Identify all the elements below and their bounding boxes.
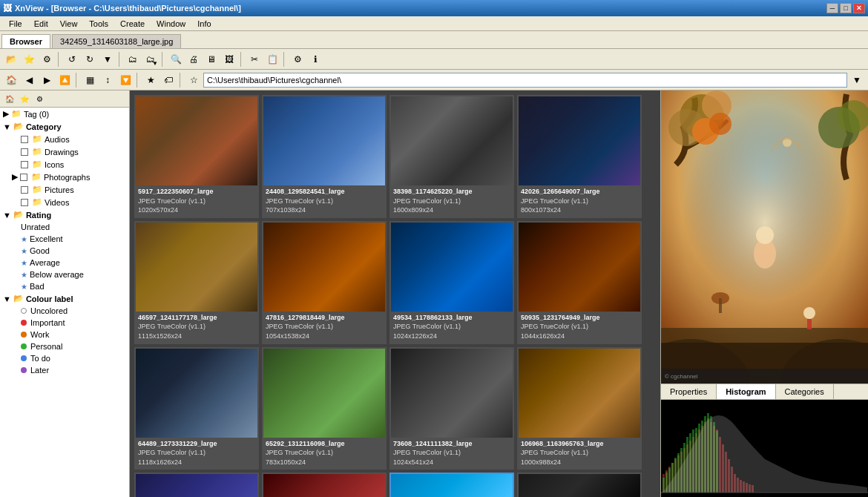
menu-tools[interactable]: Tools: [83, 18, 114, 30]
tb-settings-btn[interactable]: ⚙: [289, 51, 306, 68]
tree-cat-drawings[interactable]: 📁 Drawings: [0, 145, 129, 158]
tree-cat-icons[interactable]: 📁 Icons: [0, 158, 129, 171]
star-average: ★: [21, 259, 27, 267]
title-bar-left: 🖼 XnView - [Browser - C:\Users\thibaud\P…: [3, 3, 241, 13]
menu-create[interactable]: Create: [114, 18, 151, 30]
tb-nav-home[interactable]: 🏠: [3, 72, 19, 88]
right-tab-categories[interactable]: Categories: [776, 384, 834, 399]
tab-browser[interactable]: Browser: [1, 34, 50, 48]
thumbnail-dims: 1054x1538x24: [266, 332, 383, 341]
list-item[interactable]: 46597_1241177178_largeJPEG TrueColor (v1…: [134, 221, 259, 344]
list-item[interactable]: 38398_1174625220_largeJPEG TrueColor (v1…: [389, 95, 514, 218]
list-item[interactable]: 192998_1279734291_la...JPEG TrueColor (v…: [389, 473, 514, 497]
tb-folder2-btn[interactable]: 🗂▼: [142, 51, 159, 68]
list-item[interactable]: 73608_1241111382_largeJPEG TrueColor (v1…: [389, 347, 514, 470]
tree-rating-unrated[interactable]: Unrated: [0, 221, 129, 233]
list-item[interactable]: 42026_1265649007_largeJPEG TrueColor (v1…: [517, 95, 642, 218]
list-item[interactable]: 47816_1279818449_largeJPEG TrueColor (v1…: [262, 221, 387, 344]
tb-view-btn[interactable]: ▦: [82, 72, 98, 88]
thumbnail-image: [136, 474, 257, 497]
tb-open-btn[interactable]: 📂: [3, 51, 19, 68]
tree-colour-important[interactable]: Important: [0, 317, 129, 329]
tb-nav-up[interactable]: 🔼: [56, 72, 73, 88]
list-item[interactable]: 65292_1312116098_largeJPEG TrueColor (v1…: [262, 347, 387, 470]
list-item[interactable]: 64489_1273331229_largeJPEG TrueColor (v1…: [134, 347, 259, 470]
tb-find-btn[interactable]: 🔍: [168, 51, 184, 68]
list-item[interactable]: 160022_1205695844_la...JPEG TrueColor (v…: [262, 473, 387, 497]
tb-nav-back[interactable]: ◀: [21, 72, 37, 88]
tb-refresh-btn[interactable]: ↺: [64, 51, 80, 68]
tree-colour-todo[interactable]: To do: [0, 352, 129, 364]
list-item[interactable]: 24408_1295824541_largeJPEG TrueColor (v1…: [262, 95, 387, 218]
tb-sort-btn[interactable]: ↕: [99, 72, 116, 88]
tb-img-btn[interactable]: 🖼: [221, 51, 237, 68]
tree-cat-photographs[interactable]: ▶ 📁 Photographs: [0, 171, 129, 183]
tb-copy-btn[interactable]: 📋: [264, 51, 280, 68]
right-tab-properties[interactable]: Properties: [661, 384, 717, 399]
tb-screen-btn[interactable]: 🖥: [203, 51, 220, 68]
thumbnail-name: 47816_1279818449_large: [266, 313, 383, 323]
thumbnail-info: 49534_1178862133_largeJPEG TrueColor (v1…: [391, 312, 513, 343]
close-button[interactable]: ✕: [853, 3, 865, 13]
tb-rating-btn[interactable]: ★: [142, 72, 159, 88]
center-panel[interactable]: 5917_1222350607_largeJPEG TrueColor (v1.…: [130, 90, 660, 497]
tree-cat-pictures[interactable]: 📁 Pictures: [0, 183, 129, 196]
left-settings-btn[interactable]: ⚙: [33, 92, 46, 105]
tb-path-go[interactable]: ▼: [849, 72, 865, 88]
tree-cat-audios[interactable]: 📁 Audios: [0, 133, 129, 145]
path-input[interactable]: [203, 73, 847, 88]
tb-sep5: [283, 52, 286, 67]
tb-refresh2-btn[interactable]: ↻: [82, 51, 98, 68]
tb-folder-btn[interactable]: 🗂: [125, 51, 141, 68]
tree-rating-good[interactable]: ★ Good: [0, 245, 129, 257]
thumbnail-name: 24408_1295824541_large: [266, 187, 383, 197]
menu-edit[interactable]: Edit: [28, 18, 54, 30]
tb-info-btn[interactable]: ℹ: [307, 51, 323, 68]
tree-cat-videos[interactable]: 📁 Videos: [0, 196, 129, 208]
tb-options-btn[interactable]: ⚙: [39, 51, 55, 68]
tree-colour-section[interactable]: ▼ 📂 Colour label: [0, 292, 129, 305]
tree-rating-average[interactable]: ★ Average: [0, 257, 129, 269]
rating-label-below: Below average: [30, 270, 84, 279]
list-item[interactable]: 106968_1163965763_largeJPEG TrueColor (v…: [517, 347, 642, 470]
list-item[interactable]: 49534_1178862133_largeJPEG TrueColor (v1…: [389, 221, 514, 344]
tb-nav-forward[interactable]: ▶: [39, 72, 55, 88]
tb-filter-btn[interactable]: 🔽: [117, 72, 134, 88]
colour-label-todo: To do: [30, 354, 50, 363]
minimize-button[interactable]: ─: [826, 3, 838, 13]
list-item[interactable]: 193080_1180812449_la...JPEG TrueColor (v…: [517, 473, 642, 497]
list-item[interactable]: 5917_1222350607_largeJPEG TrueColor (v1.…: [134, 95, 259, 218]
colour-label-personal: Personal: [30, 342, 62, 351]
tree-colour-uncolored[interactable]: Uncolored: [0, 305, 129, 317]
list-item[interactable]: 125841_1166714058_la...JPEG TrueColor (v…: [134, 473, 259, 497]
tb-star-btn[interactable]: ⭐: [21, 51, 37, 68]
tab-image[interactable]: 342459_1314603188_large.jpg: [52, 34, 181, 48]
menu-view[interactable]: View: [54, 18, 84, 30]
tree-rating-bad[interactable]: ★ Bad: [0, 280, 129, 292]
title-bar-text: XnView - [Browser - C:\Users\thibaud\Pic…: [15, 4, 241, 13]
left-star-btn[interactable]: ⭐: [18, 92, 31, 105]
cat-label-icons: Icons: [45, 160, 64, 169]
menu-file[interactable]: File: [3, 18, 28, 30]
tree-colour-personal[interactable]: Personal: [0, 340, 129, 352]
tree-colour-later[interactable]: Later: [0, 364, 129, 376]
tree-rating-excellent[interactable]: ★ Excellent: [0, 233, 129, 245]
tb-nav-btn[interactable]: ▼: [99, 51, 116, 68]
tree-colour-work[interactable]: Work: [0, 329, 129, 340]
list-item[interactable]: 50935_1231764949_largeJPEG TrueColor (v1…: [517, 221, 642, 344]
right-tab-histogram[interactable]: Histogram: [717, 384, 775, 399]
thumbnail-info: 64489_1273331229_largeJPEG TrueColor (v1…: [136, 438, 257, 469]
menu-info[interactable]: Info: [191, 18, 217, 30]
tb-label-btn[interactable]: 🏷: [160, 72, 177, 88]
tree-category-section[interactable]: ▼ 📂 Category: [0, 120, 129, 133]
svg-point-17: [803, 307, 815, 319]
menu-window[interactable]: Window: [151, 18, 191, 30]
left-home-btn[interactable]: 🏠: [3, 92, 16, 105]
tb-cut-btn[interactable]: ✂: [246, 51, 263, 68]
restore-button[interactable]: □: [840, 3, 852, 13]
tb-print-btn[interactable]: 🖨: [185, 51, 202, 68]
tree-tag-section[interactable]: ▶ 📁 Tag (0): [0, 108, 129, 120]
tree-rating-section[interactable]: ▼ 📂 Rating: [0, 208, 129, 221]
tb-star2-btn[interactable]: ☆: [185, 72, 202, 88]
tree-rating-below[interactable]: ★ Below average: [0, 269, 129, 280]
